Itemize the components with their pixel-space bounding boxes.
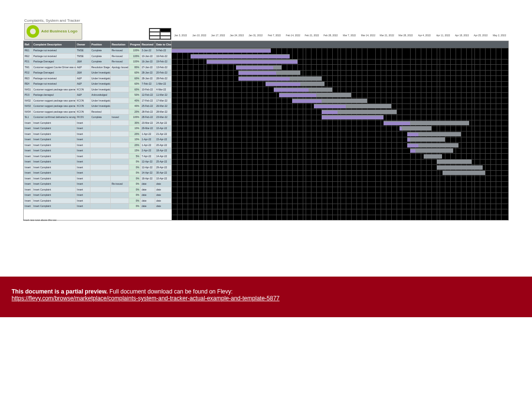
cell-desc[interactable]: Customer suggest package was opened/used <box>32 109 76 115</box>
cell-recv[interactable]: 29-Mar-22 <box>141 126 155 131</box>
header-owner[interactable]: Owner <box>76 41 90 48</box>
cell-ref[interactable]: Insert <box>24 192 32 198</box>
gantt-bar-duration[interactable] <box>407 137 445 142</box>
header-resolution[interactable]: Resolution <box>111 41 129 48</box>
cell-ref[interactable]: Insert <box>24 176 32 181</box>
cell-pos[interactable] <box>90 204 111 209</box>
gantt-bar-progress[interactable] <box>238 77 289 81</box>
cell-prog[interactable]: 100% <box>129 59 141 64</box>
cell-prog[interactable]: 0% <box>129 198 141 204</box>
cell-desc[interactable]: Insert Complaint <box>32 176 76 181</box>
cell-due[interactable]: 13-Feb-22 <box>155 65 172 70</box>
cell-ref[interactable]: RE1 <box>24 48 32 53</box>
gantt-chart[interactable] <box>172 48 508 220</box>
logo-placeholder[interactable]: Add Business Logo <box>24 23 82 40</box>
cell-ref[interactable]: Insert <box>24 159 32 164</box>
cell-prog[interactable]: 10% <box>129 126 141 131</box>
cell-desc[interactable]: Package Damaged <box>32 59 76 64</box>
cell-desc[interactable]: Insert Complaint <box>32 198 76 204</box>
cell-res[interactable] <box>111 120 129 126</box>
cell-prog[interactable]: 0% <box>129 170 141 176</box>
cell-recv[interactable]: 25-Feb-22 <box>141 103 155 109</box>
cell-due[interactable]: 21-Apr-22 <box>155 132 172 137</box>
cell-due[interactable]: date <box>155 198 172 204</box>
gantt-bar-progress[interactable] <box>191 55 290 59</box>
cell-recv[interactable]: 28-Feb-22 <box>141 115 155 120</box>
cell-ref[interactable]: SL1 <box>24 115 32 120</box>
cell-owner[interactable]: TMSE <box>76 48 90 53</box>
cell-due[interactable]: 10-Apr-22 <box>155 176 172 181</box>
cell-ref[interactable]: Insert <box>24 198 32 204</box>
cell-owner[interactable]: Insert <box>76 148 90 153</box>
cell-prog[interactable]: 15% <box>129 148 141 153</box>
cell-res[interactable] <box>111 192 129 198</box>
cell-recv[interactable]: date <box>141 198 155 204</box>
cell-due[interactable]: 11-Mar-22 <box>155 92 172 98</box>
header-desc[interactable]: Complaint Description <box>32 41 76 48</box>
cell-due[interactable]: 26-Mar-22 <box>155 103 172 109</box>
gantt-bar-progress[interactable] <box>279 94 317 97</box>
cell-due[interactable]: 10-Apr-22 <box>155 126 172 131</box>
cell-ref[interactable]: PD3 <box>24 92 32 98</box>
cell-res[interactable]: Re-issued <box>111 59 129 64</box>
cell-ref[interactable]: NA52 <box>24 98 32 103</box>
cell-res[interactable] <box>111 176 129 181</box>
cell-res[interactable]: Re-issued <box>111 48 129 53</box>
gantt-bar-duration[interactable] <box>424 154 443 159</box>
gantt-bar-progress[interactable] <box>322 111 338 114</box>
table-row[interactable]: InsertInsert ComplaintInsert0%datedate <box>24 204 172 209</box>
gantt-bar-progress[interactable] <box>292 100 322 103</box>
cell-pos[interactable]: Resolution Stage <box>90 65 111 70</box>
cell-owner[interactable]: Insert <box>76 165 90 170</box>
banner-link[interactable]: https://flevy.com/browse/marketplace/com… <box>12 295 280 302</box>
cell-ref[interactable]: Insert <box>24 120 32 126</box>
cell-res[interactable] <box>111 170 129 176</box>
table-row[interactable]: InsertInsert ComplaintInsert10%1-Apr-221… <box>24 137 172 143</box>
cell-recv[interactable]: 1-Apr-22 <box>141 137 155 142</box>
cell-prog[interactable]: 40% <box>129 103 141 109</box>
cell-ref[interactable]: NA53 <box>24 103 32 109</box>
table-row[interactable]: InsertInsert ComplaintInsert30%23-Mar-22… <box>24 120 172 126</box>
cell-due[interactable]: 29-Apr-22 <box>155 165 172 170</box>
cell-recv[interactable]: 16-Jan-22 <box>141 59 155 64</box>
table-row[interactable]: PD1Package DamagedJ&MCompleteRe-issued10… <box>24 59 172 65</box>
cell-pos[interactable]: Complete <box>90 54 111 59</box>
cell-res[interactable]: Apology Issued <box>111 65 129 70</box>
cell-due[interactable]: 4-Mar-22 <box>155 87 172 92</box>
cell-pos[interactable]: Under Investigation <box>90 76 111 81</box>
cell-due[interactable]: 14-Apr-22 <box>155 154 172 159</box>
cell-res[interactable] <box>111 103 129 109</box>
cell-desc[interactable]: Package not received <box>32 48 76 53</box>
cell-owner[interactable]: J&M <box>76 70 90 75</box>
cell-recv[interactable]: 12-Apr-22 <box>141 159 155 164</box>
cell-ref[interactable]: Insert <box>24 154 32 159</box>
cell-prog[interactable]: 0% <box>129 176 141 181</box>
cell-recv[interactable]: 18-Apr-22 <box>141 176 155 181</box>
data-table[interactable]: RE1Package not receivedTMSECompleteRe-is… <box>24 48 172 220</box>
cell-prog[interactable]: 0% <box>129 204 141 209</box>
cell-ref[interactable]: Insert <box>24 126 32 131</box>
cell-due[interactable]: date <box>155 204 172 209</box>
gantt-bar-duration[interactable] <box>443 171 486 175</box>
table-row[interactable]: InsertInsert ComplaintInsert15%2-Apr-221… <box>24 148 172 154</box>
cell-pos[interactable] <box>90 187 111 192</box>
cell-res[interactable] <box>111 148 129 153</box>
table-row[interactable]: InsertInsert ComplaintInsert0%12-Apr-222… <box>24 159 172 165</box>
cell-owner[interactable]: Insert <box>76 170 90 176</box>
cell-recv[interactable]: 1-Apr-22 <box>141 132 155 137</box>
cell-owner[interactable]: Insert <box>76 120 90 126</box>
cell-recv[interactable]: 3-Jan-22 <box>141 48 155 53</box>
cell-prog[interactable]: 60% <box>129 76 141 81</box>
cell-recv[interactable]: 10-Feb-22 <box>141 87 155 92</box>
cell-desc[interactable]: Insert Complaint <box>32 204 76 209</box>
cell-owner[interactable]: Insert <box>76 192 90 198</box>
cell-due[interactable]: 19-Feb-22 <box>155 59 172 64</box>
cell-pos[interactable] <box>90 143 111 148</box>
gantt-bar-duration[interactable] <box>399 126 431 131</box>
header-ref[interactable]: Ref: <box>24 41 32 48</box>
cell-due[interactable]: 18-Apr-22 <box>155 148 172 153</box>
cell-due[interactable]: 16-Feb-22 <box>155 54 172 59</box>
cell-desc[interactable]: Insert Complaint <box>32 192 76 198</box>
cell-ref[interactable]: RE2 <box>24 54 32 59</box>
cell-owner[interactable]: Insert <box>76 176 90 181</box>
